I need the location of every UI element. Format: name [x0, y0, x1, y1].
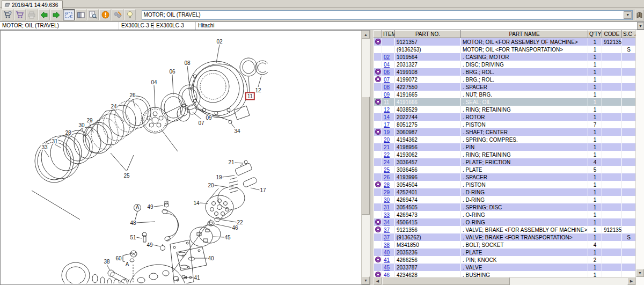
col-part-name[interactable]: PART NAME — [461, 31, 588, 38]
table-row[interactable]: 264193996. SPACER1 — [374, 173, 636, 181]
item-link[interactable]: 04 — [384, 62, 390, 68]
table-row[interactable]: 214198956. PIN1 — [374, 143, 636, 151]
order-cart-history-button[interactable] — [2, 9, 13, 20]
item-link[interactable]: 12 — [384, 107, 390, 113]
diagram-scroll-down-icon[interactable]: ▼ — [362, 276, 370, 284]
item-link[interactable]: 21 — [384, 144, 390, 150]
table-row[interactable]: 253036456. PLATE5 — [374, 166, 636, 173]
item-callout[interactable]: 46 — [231, 225, 238, 231]
item-link[interactable]: 24 — [384, 159, 390, 165]
table-row[interactable]: 021019564. CASING; MOTOR1 — [374, 53, 636, 61]
item-link[interactable]: 11 — [384, 99, 389, 105]
item-callout[interactable]: A — [134, 204, 141, 211]
item-callout[interactable]: 02 — [216, 39, 223, 45]
item-callout[interactable]: 48 — [129, 220, 136, 226]
book-button[interactable] — [635, 10, 644, 20]
table-row[interactable]: 074199072. BRG.; ROL.1 — [374, 76, 636, 83]
item-callout[interactable]: 07 — [197, 120, 204, 126]
col-sc[interactable]: S.C▲ — [622, 31, 636, 38]
table-row[interactable]: 414266256. PIN; KNOCK2 — [374, 256, 636, 264]
preview-zoom-button[interactable] — [87, 9, 99, 20]
shopping-cart-button[interactable] — [14, 9, 26, 20]
table-row[interactable]: 094191665. NUT; BRG.1 — [374, 91, 636, 98]
table-row[interactable]: 344506415. O-RING1 — [374, 218, 636, 226]
item-callout[interactable]: 06 — [169, 69, 175, 75]
item-link[interactable]: 31 — [384, 204, 390, 210]
table-row[interactable]: 224193062. RING; RETAINING1 — [374, 151, 636, 158]
table-row[interactable]: 294252401. D-RING1 — [374, 188, 636, 196]
table-row[interactable]: 38M341850. BOLT; SOCKET4 — [374, 241, 636, 249]
fit-view-button[interactable] — [63, 9, 75, 20]
item-callout[interactable]: 33 — [41, 144, 48, 150]
item-callout[interactable]: 26 — [129, 92, 136, 98]
item-link[interactable]: 02 — [384, 54, 390, 60]
table-row[interactable]: 204194362. SPRING; COMPRES.1 — [374, 136, 636, 143]
item-link[interactable]: 34 — [384, 220, 390, 225]
item-link[interactable]: 20 — [384, 137, 390, 143]
back-button[interactable] — [38, 9, 50, 20]
item-callout[interactable]: A — [125, 261, 130, 267]
table-row[interactable]: 142022744. ROTOR1 — [374, 113, 636, 121]
item-link[interactable]: 41 — [384, 257, 390, 263]
split-view-button[interactable] — [75, 9, 87, 20]
exploded-diagram[interactable]: 0208060426242930283133121109073425211920… — [1, 31, 361, 283]
item-callout[interactable]: 40 — [207, 255, 214, 261]
item-callout[interactable]: 12 — [254, 87, 261, 93]
item-callout[interactable]: 38 — [103, 259, 110, 265]
table-row[interactable]: 042031327. DISC; DRIVING1 — [374, 61, 636, 68]
item-callout[interactable]: 41 — [193, 275, 200, 281]
item-callout[interactable]: 60 — [115, 255, 122, 261]
table-scroll-down-icon[interactable]: ▼ — [636, 269, 644, 277]
highlighted-item-callout[interactable]: 11 — [245, 92, 255, 100]
item-callout[interactable]: 31 — [51, 138, 58, 144]
col-code[interactable]: CODE — [602, 31, 622, 38]
item-callout[interactable]: 24 — [110, 104, 117, 109]
diagram-scroll-thumb[interactable] — [362, 97, 370, 215]
item-callout[interactable]: 19 — [215, 174, 222, 180]
table-row[interactable]: (9136263)MOTOR; OIL <FOR TRANSPORTATION>… — [374, 46, 636, 53]
table-row[interactable]: 178051275. PISTON7 — [374, 121, 636, 128]
item-link[interactable]: 40 — [384, 250, 390, 255]
table-vertical-scrollbar[interactable]: ▼ — [635, 30, 644, 285]
parts-table-header[interactable]: ITEM PART NO. PART NAME Q'TY CODE S.C▲ — [374, 31, 636, 38]
item-callout[interactable]: 34 — [233, 128, 240, 134]
diagram-vertical-scrollbar[interactable]: ▲ ▼ — [361, 31, 370, 284]
filter-assembly[interactable]: MOTOR; OIL (TRAVEL) — [0, 22, 119, 30]
table-row[interactable]: 313054505. SPRING; DISC1 — [374, 203, 636, 211]
item-link[interactable]: 06 — [384, 69, 390, 75]
col-part-no[interactable]: PART NO. — [395, 31, 461, 38]
item-link[interactable]: 46 — [384, 272, 390, 277]
table-scroll-right-icon[interactable]: ▶ — [627, 277, 635, 285]
table-row[interactable]: 452033787. VALVE1 — [374, 264, 636, 271]
item-link[interactable]: 28 — [384, 182, 390, 188]
table-row[interactable]: 084227550. SPACER1 — [374, 83, 636, 91]
table-hscroll-thumb[interactable] — [382, 277, 510, 285]
item-link[interactable]: 07 — [384, 77, 390, 83]
settings-edit-button[interactable] — [112, 9, 123, 20]
col-qty[interactable]: Q'TY — [588, 31, 602, 38]
item-link[interactable]: 30 — [384, 197, 390, 203]
item-callout[interactable]: 08 — [184, 60, 191, 66]
item-callout[interactable]: 45 — [224, 235, 231, 240]
hint-bulb-button[interactable] — [124, 9, 136, 20]
item-link[interactable]: 09 — [384, 92, 390, 98]
table-row[interactable]: 402035236. PLATE1 — [374, 249, 636, 256]
table-row[interactable]: 124038529. RING; RETAINING1 — [374, 106, 636, 113]
table-row[interactable]: 9121357MOTOR; OIL <FOR ASSEMBLY OF MACHI… — [374, 38, 636, 46]
item-callout[interactable]: 28 — [64, 130, 71, 136]
session-tab[interactable]: 2016/4/1 14:49.636 — [2, 1, 63, 9]
item-link[interactable]: 22 — [384, 152, 390, 158]
item-callout[interactable]: 14 — [193, 200, 200, 206]
table-row[interactable]: 464234628. BUSHING1 — [374, 271, 636, 277]
item-callout[interactable]: 49 — [147, 204, 153, 210]
table-row[interactable]: 114191666. SEAL; OIL1 — [374, 98, 636, 106]
item-callout[interactable]: 51 — [129, 235, 136, 240]
item-link[interactable]: 38 — [384, 242, 390, 248]
table-row[interactable]: 37(9136262). VALVE; BRAKE <FOR TRANSPORT… — [374, 233, 636, 241]
item-link[interactable]: 25 — [384, 167, 390, 173]
filter-brand[interactable]: Hitachi — [196, 22, 637, 30]
filter-dropdown-arrow[interactable]: ▼ — [637, 22, 644, 30]
item-callout[interactable]: 17 — [259, 187, 266, 193]
filter-model[interactable]: EX300LC-3 — [154, 22, 196, 30]
item-callout[interactable]: 49 — [146, 242, 153, 248]
